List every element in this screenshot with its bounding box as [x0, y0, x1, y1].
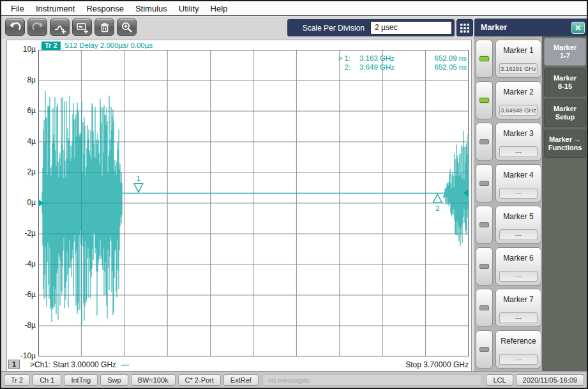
- status-ch-1[interactable]: Ch 1: [33, 374, 61, 386]
- status-inttrig[interactable]: IntTrig: [64, 374, 98, 386]
- add-marker-icon: [54, 21, 66, 34]
- tab-label: Marker: [554, 105, 577, 113]
- svg-text:1: 1: [137, 174, 140, 182]
- y-axis-tick: -10µ: [7, 351, 36, 360]
- trace-plot[interactable]: 12: [38, 50, 469, 356]
- marker-3-button[interactable]: Marker 3---: [495, 123, 541, 161]
- undo-button[interactable]: [5, 19, 25, 36]
- svg-text:2: 2: [435, 204, 439, 212]
- led-indicator-icon: [479, 181, 489, 186]
- scale-per-division-input[interactable]: 2 µsec: [370, 21, 452, 34]
- start-frequency-label: >Ch1: Start 3.00000 GHz: [30, 360, 116, 369]
- keypad-button[interactable]: [456, 19, 473, 36]
- trace-badge[interactable]: Tr 2: [41, 42, 61, 50]
- marker-5-toggle[interactable]: [476, 206, 493, 244]
- tab-label: Setup: [555, 113, 575, 121]
- menu-stimulus[interactable]: Stimulus: [130, 3, 173, 15]
- marker-button-value: ---: [499, 354, 538, 365]
- status-bar: Tr 2Ch 1IntTrigSwpBW=100kC* 2-PortExtRef…: [1, 371, 587, 388]
- marker-7-toggle[interactable]: [476, 289, 493, 327]
- led-indicator-icon: [479, 305, 489, 310]
- channel-badge: 1: [8, 360, 20, 369]
- marker-4-toggle[interactable]: [476, 164, 493, 202]
- marker-button-value: ---: [499, 188, 538, 199]
- redo-button[interactable]: [27, 19, 47, 36]
- marker-row: Marker 7---: [476, 289, 541, 327]
- marker-3-toggle[interactable]: [476, 123, 493, 161]
- status-datetime: 2020/11/05-16:09: [516, 374, 584, 386]
- toolbar-buttons: [5, 19, 137, 36]
- marker-button-label: Marker 3: [496, 129, 541, 138]
- marker-1-toggle[interactable]: [476, 40, 493, 78]
- marker-row: Reference---: [476, 330, 541, 369]
- plot-marker-2[interactable]: [433, 194, 442, 203]
- marker-row: Marker 23.64948 GHz: [476, 81, 541, 119]
- menu-help[interactable]: Help: [205, 3, 234, 15]
- marker-4-button[interactable]: Marker 4---: [495, 164, 541, 202]
- trash-icon: [98, 21, 111, 34]
- y-axis-tick: 8µ: [7, 75, 36, 84]
- status-swp[interactable]: Swp: [100, 374, 128, 386]
- menu-instrument[interactable]: Instrument: [30, 3, 80, 15]
- keypad-icon: [460, 23, 470, 33]
- marker-6-button[interactable]: Marker 6---: [495, 247, 541, 286]
- marker-panel-body: Marker1-7Marker8-15MarkerSetupMarker →Fu…: [474, 36, 588, 374]
- led-indicator-icon: [479, 56, 489, 61]
- marker-5-button[interactable]: Marker 5---: [495, 206, 541, 244]
- marker-row: Marker 3---: [476, 123, 541, 161]
- status-tr-2[interactable]: Tr 2: [4, 374, 30, 386]
- marker-button-value: ---: [499, 271, 538, 282]
- status-bw-100k[interactable]: BW=100k: [131, 374, 176, 386]
- marker-button-label: Marker 4: [496, 171, 541, 179]
- y-axis-tick: 10µ: [7, 45, 36, 54]
- y-axis-tick: -8µ: [7, 321, 36, 330]
- status-c-2-port[interactable]: C* 2-Port: [178, 374, 221, 386]
- marker-2-toggle[interactable]: [476, 81, 493, 119]
- tab-marker-1-7[interactable]: Marker1-7: [544, 38, 586, 66]
- marker-6-toggle[interactable]: [476, 247, 493, 286]
- plot-grid-area[interactable]: 12 > 1:3.163 GHz652.09 ns2:3.649 GHz652.…: [38, 50, 469, 356]
- tab-marker-8-15[interactable]: Marker8-15: [544, 68, 586, 96]
- menu-bar: FileInstrumentResponseStimulusUtilityHel…: [1, 1, 587, 16]
- add-window-button[interactable]: [72, 19, 92, 36]
- marker-button-value: ---: [499, 146, 538, 157]
- marker-row: Marker 4---: [476, 164, 541, 202]
- marker-button-label: Reference: [496, 337, 541, 346]
- plot-display: Tr 2 S12 Delay 2.000µs/ 0.00µs 12 > 1:3.…: [6, 40, 472, 372]
- plot-bottom-labels: 1 >Ch1: Start 3.00000 GHz — Stop 3.70000…: [8, 359, 469, 370]
- y-axis-tick: -6µ: [7, 290, 36, 299]
- delete-button[interactable]: [94, 19, 114, 36]
- reference-toggle[interactable]: [476, 330, 493, 369]
- zoom-in-button[interactable]: [117, 19, 137, 36]
- y-axis-tick: 6µ: [7, 106, 36, 115]
- tab-label: Marker: [554, 43, 577, 52]
- marker-tabstrip: Marker1-7Marker8-15MarkerSetupMarker →Fu…: [542, 36, 588, 374]
- marker-button-value: 3.16291 GHz: [499, 63, 538, 74]
- marker-button-label: Marker 2: [496, 88, 541, 96]
- status-extref[interactable]: ExtRef: [223, 374, 259, 386]
- marker-button-value: 3.64948 GHz: [499, 105, 538, 116]
- marker-7-button[interactable]: Marker 7---: [495, 289, 541, 327]
- toolbar: Scale Per Division 2 µsec: [1, 17, 474, 39]
- status-message: no messages: [262, 374, 483, 386]
- tab-label: 8-15: [558, 82, 572, 91]
- marker-2-button[interactable]: Marker 23.64948 GHz: [495, 81, 541, 119]
- status-lcl: LCL: [486, 374, 513, 386]
- scale-per-division-bar: Scale Per Division 2 µsec: [287, 19, 455, 36]
- reference-button[interactable]: Reference---: [495, 330, 541, 369]
- led-indicator-icon: [479, 347, 489, 352]
- tab-label: Marker: [554, 74, 577, 82]
- menu-utility[interactable]: Utility: [173, 3, 205, 15]
- add-marker-button[interactable]: [50, 19, 70, 36]
- marker-1-button[interactable]: Marker 13.16291 GHz: [495, 40, 541, 78]
- close-button[interactable]: [571, 22, 585, 34]
- led-indicator-icon: [479, 139, 489, 144]
- plot-marker-1[interactable]: [134, 183, 143, 192]
- y-axis-tick: 4µ: [7, 137, 36, 146]
- trace-label: S12 Delay 2.000µs/ 0.00µs: [64, 42, 153, 49]
- menu-response[interactable]: Response: [80, 3, 130, 15]
- tab-marker-functions[interactable]: Marker →Functions: [544, 130, 586, 158]
- menu-file[interactable]: File: [5, 3, 30, 15]
- tab-marker-setup[interactable]: MarkerSetup: [544, 99, 586, 127]
- marker-panel-header: Marker: [474, 19, 588, 36]
